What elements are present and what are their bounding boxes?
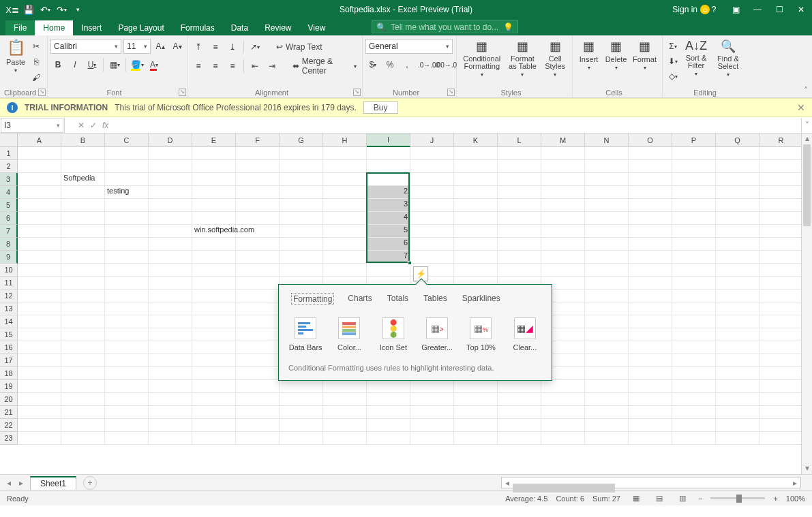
cell-E22[interactable] [192, 419, 236, 432]
cell-A6[interactable] [18, 212, 61, 225]
cell-M19[interactable] [541, 380, 585, 393]
cell-L22[interactable] [498, 419, 541, 432]
decrease-indent-button[interactable]: ⇤ [247, 59, 262, 74]
row-header-13[interactable]: 13 [0, 302, 18, 315]
cell-L9[interactable] [498, 251, 541, 264]
cell-B14[interactable] [61, 315, 105, 328]
cell-L7[interactable] [498, 225, 541, 238]
close-icon[interactable]: ✕ [790, 0, 812, 19]
cell-B17[interactable] [61, 354, 105, 367]
cell-D5[interactable] [149, 199, 192, 212]
cell-G3[interactable] [280, 173, 323, 186]
column-header-L[interactable]: L [498, 134, 541, 147]
cell-N5[interactable] [585, 199, 629, 212]
cell-E3[interactable] [192, 173, 236, 186]
cell-N20[interactable] [585, 393, 629, 406]
cell-O3[interactable] [629, 173, 672, 186]
cell-A5[interactable] [18, 199, 61, 212]
cell-D10[interactable] [149, 264, 192, 277]
cell-Q20[interactable] [716, 393, 760, 406]
qa-item-greater-[interactable]: ▦>Greater... [420, 317, 454, 351]
cell-N23[interactable] [585, 432, 629, 445]
cell-D22[interactable] [149, 419, 192, 432]
zoom-slider[interactable] [710, 497, 765, 499]
formula-bar-input[interactable] [114, 118, 801, 133]
borders-button[interactable]: ▦▾ [107, 57, 122, 72]
cell-R9[interactable] [760, 251, 803, 264]
row-header-12[interactable]: 12 [0, 289, 18, 302]
cell-A23[interactable] [18, 432, 61, 445]
cell-M7[interactable] [541, 225, 585, 238]
cell-N10[interactable] [585, 264, 629, 277]
cell-O13[interactable] [629, 302, 672, 315]
cell-G9[interactable] [280, 251, 323, 264]
view-page-break-icon[interactable]: ▥ [675, 492, 690, 505]
sheet-nav-next[interactable]: ▸ [15, 478, 27, 488]
cell-H5[interactable] [323, 199, 367, 212]
worksheet-grid[interactable]: ABCDEFGHIJKLMNOPQR 123456789101112131415… [0, 134, 812, 474]
cell-O18[interactable] [629, 367, 672, 380]
cell-N9[interactable] [585, 251, 629, 264]
cell-R12[interactable] [760, 289, 803, 302]
cell-B22[interactable] [61, 419, 105, 432]
align-middle-button[interactable]: ≡ [208, 40, 223, 54]
cell-L1[interactable] [498, 147, 541, 160]
cell-O2[interactable] [629, 160, 672, 173]
tab-view[interactable]: View [300, 20, 334, 35]
cell-G1[interactable] [280, 147, 323, 160]
qa-item-top-10-[interactable]: ▦%Top 10% [464, 317, 498, 351]
copy-button[interactable]: ⎘ [29, 54, 44, 69]
cell-H23[interactable] [323, 432, 367, 445]
cell-F18[interactable] [236, 367, 280, 380]
column-header-H[interactable]: H [323, 134, 367, 147]
cell-B18[interactable] [61, 367, 105, 380]
cell-A14[interactable] [18, 315, 61, 328]
cell-R5[interactable] [760, 199, 803, 212]
cell-G20[interactable] [280, 393, 323, 406]
cell-C16[interactable] [105, 341, 149, 354]
undo-icon[interactable]: ↶▾ [38, 3, 52, 16]
cell-Q4[interactable] [716, 186, 760, 199]
cell-D7[interactable] [149, 225, 192, 238]
sign-in-link[interactable]: Sign in ☺ [672, 5, 710, 14]
cell-E21[interactable] [192, 406, 236, 419]
cell-A12[interactable] [18, 289, 61, 302]
cell-G5[interactable] [280, 199, 323, 212]
cell-F21[interactable] [236, 406, 280, 419]
cell-N11[interactable] [585, 277, 629, 289]
cell-D4[interactable] [149, 186, 192, 199]
cell-M10[interactable] [541, 264, 585, 277]
cell-O23[interactable] [629, 432, 672, 445]
cell-A2[interactable] [18, 160, 61, 173]
qa-item-color-[interactable]: Color... [332, 317, 366, 351]
cell-P2[interactable] [672, 160, 716, 173]
cell-A17[interactable] [18, 354, 61, 367]
cell-R1[interactable] [760, 147, 803, 160]
cell-R3[interactable] [760, 173, 803, 186]
cell-E1[interactable] [192, 147, 236, 160]
cell-M5[interactable] [541, 199, 585, 212]
format-cells-button[interactable]: ▦ Format▾ [630, 37, 659, 86]
underline-button[interactable]: U▾ [85, 57, 100, 72]
cell-O12[interactable] [629, 289, 672, 302]
paste-button[interactable]: 📋 Paste ▾ [3, 37, 29, 86]
cell-B23[interactable] [61, 432, 105, 445]
cell-E10[interactable] [192, 264, 236, 277]
cancel-formula-icon[interactable]: ✕ [78, 121, 85, 130]
cell-A20[interactable] [18, 393, 61, 406]
cell-A3[interactable] [18, 173, 61, 186]
cell-F19[interactable] [236, 380, 280, 393]
cell-E15[interactable] [192, 328, 236, 341]
qa-item-data-bars[interactable]: Data Bars [288, 317, 322, 351]
cell-P12[interactable] [672, 289, 716, 302]
format-as-table-button[interactable]: ▦ Format as Table▾ [505, 37, 541, 86]
cell-B16[interactable] [61, 341, 105, 354]
zoom-level[interactable]: 100% [786, 495, 805, 503]
cell-M2[interactable] [541, 160, 585, 173]
cell-G8[interactable] [280, 238, 323, 251]
tab-review[interactable]: Review [256, 20, 299, 35]
cell-N21[interactable] [585, 406, 629, 419]
cell-H9[interactable] [323, 251, 367, 264]
cell-K1[interactable] [454, 147, 498, 160]
cell-O4[interactable] [629, 186, 672, 199]
